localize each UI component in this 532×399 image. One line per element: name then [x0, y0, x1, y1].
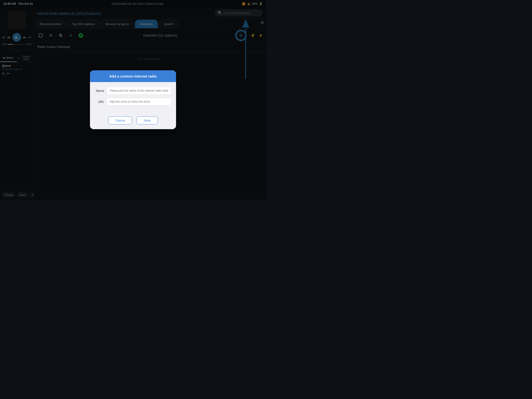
name-input[interactable] — [107, 87, 171, 95]
name-row: Name — [95, 87, 171, 95]
save-button[interactable]: Save — [137, 116, 158, 124]
modal-body: Name URL — [90, 82, 176, 114]
modal-footer: Cancel Save — [90, 114, 176, 129]
modal-header: Add a custom internet radio — [90, 70, 176, 82]
modal-overlay[interactable]: Add a custom internet radio Name URL Can… — [0, 0, 266, 200]
cancel-button[interactable]: Cancel — [108, 116, 132, 124]
url-row: URL — [95, 98, 171, 106]
modal-title: Add a custom internet radio — [109, 74, 157, 78]
url-input[interactable] — [107, 98, 171, 106]
add-radio-modal: Add a custom internet radio Name URL Can… — [90, 70, 176, 129]
name-label: Name — [95, 89, 104, 93]
url-label: URL — [95, 100, 104, 104]
